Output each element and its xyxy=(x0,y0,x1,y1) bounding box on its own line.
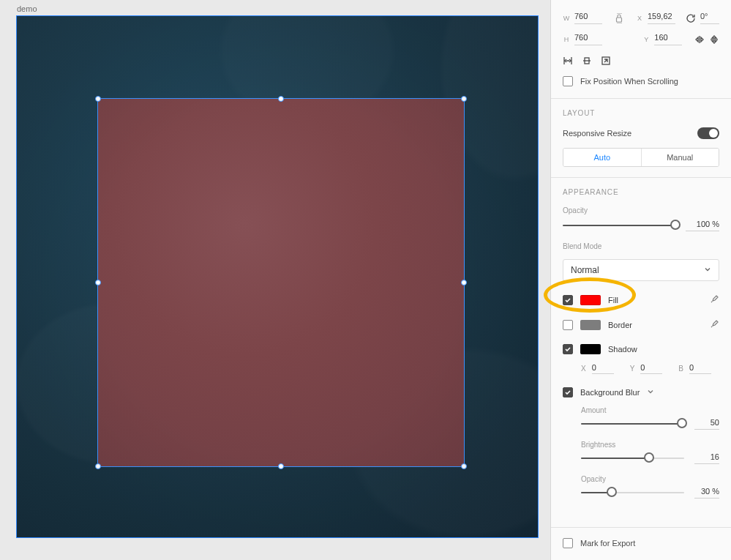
eyedropper-icon[interactable] xyxy=(709,319,719,331)
fix-position-checkbox[interactable] xyxy=(563,76,573,86)
lock-aspect-icon[interactable] xyxy=(615,13,623,23)
amount-value[interactable]: 50 xyxy=(694,418,719,430)
amount-slider[interactable] xyxy=(581,417,684,430)
resize-handle[interactable] xyxy=(95,96,101,102)
shadow-y-input[interactable]: 0 xyxy=(640,363,662,374)
resize-handle[interactable] xyxy=(278,463,284,469)
responsive-resize-toggle[interactable] xyxy=(697,127,719,139)
blend-mode-select[interactable]: Normal xyxy=(563,259,719,281)
resize-handle[interactable] xyxy=(95,463,101,469)
resize-mode-manual[interactable]: Manual xyxy=(641,149,719,166)
inspector-panel: W 760 X 159,62 0° H 760 xyxy=(550,0,731,560)
border-checkbox[interactable] xyxy=(563,320,573,330)
x-label: X xyxy=(636,15,643,22)
flip-horizontal-icon[interactable] xyxy=(694,34,705,45)
y-input[interactable]: 160 xyxy=(654,33,682,45)
fill-checkbox[interactable] xyxy=(563,295,573,305)
selected-shape[interactable] xyxy=(97,98,465,467)
selection-box xyxy=(97,98,465,467)
blend-mode-value: Normal xyxy=(571,265,599,275)
appearance-section: APPEARANCE Opacity 100 % Blend Mode Norm… xyxy=(551,178,731,514)
fill-label: Fill xyxy=(608,296,618,305)
responsive-resize-label: Responsive Resize xyxy=(563,129,631,138)
bg-blur-label: Background Blur xyxy=(580,388,640,397)
brightness-value[interactable]: 16 xyxy=(694,452,719,464)
flip-vertical-icon[interactable] xyxy=(709,34,719,45)
blend-mode-label: Blend Mode xyxy=(563,242,719,250)
canvas-area[interactable]: demo xyxy=(0,0,550,560)
transform-section: W 760 X 159,62 0° H 760 xyxy=(551,0,731,98)
blur-opacity-slider[interactable] xyxy=(581,486,684,499)
opacity-label: Opacity xyxy=(563,206,719,214)
align-edges-icon[interactable] xyxy=(563,56,573,66)
artboard-name[interactable]: demo xyxy=(17,4,37,13)
shadow-label: Shadow xyxy=(608,345,637,354)
x-input[interactable]: 159,62 xyxy=(648,12,675,24)
resize-handle[interactable] xyxy=(278,96,284,102)
resize-handle[interactable] xyxy=(95,280,101,285)
resize-handle[interactable] xyxy=(461,96,467,102)
brightness-label: Brightness xyxy=(581,441,719,449)
shadow-y-label: Y xyxy=(630,365,635,373)
width-input[interactable]: 760 xyxy=(574,12,602,24)
shadow-swatch[interactable] xyxy=(580,344,601,354)
width-label: W xyxy=(563,15,570,22)
chevron-down-icon xyxy=(704,265,711,275)
appearance-title: APPEARANCE xyxy=(563,188,719,196)
scale-icon[interactable] xyxy=(601,56,611,66)
shadow-checkbox[interactable] xyxy=(563,344,573,354)
chevron-down-icon[interactable] xyxy=(647,388,654,397)
border-label: Border xyxy=(608,321,632,329)
mark-export-checkbox[interactable] xyxy=(563,538,573,548)
shadow-b-label: B xyxy=(678,365,683,373)
y-label: Y xyxy=(642,36,650,43)
resize-handle[interactable] xyxy=(461,463,467,469)
blur-opacity-value[interactable]: 30 % xyxy=(694,487,719,499)
rotate-icon[interactable] xyxy=(686,13,696,23)
rotation-input[interactable]: 0° xyxy=(700,12,719,24)
resize-mode-auto[interactable]: Auto xyxy=(563,149,641,166)
resize-mode-segment[interactable]: Auto Manual xyxy=(563,148,719,167)
mark-export-label: Mark for Export xyxy=(580,539,635,548)
artboard[interactable] xyxy=(17,16,538,537)
shadow-x-input[interactable]: 0 xyxy=(592,363,614,374)
amount-label: Amount xyxy=(581,406,719,414)
height-label: H xyxy=(563,36,570,43)
svg-rect-0 xyxy=(617,18,622,22)
blur-opacity-label: Opacity xyxy=(581,475,719,483)
shadow-x-label: X xyxy=(581,365,586,373)
resize-handle[interactable] xyxy=(461,280,467,285)
eyedropper-icon[interactable] xyxy=(709,294,719,306)
layout-section: LAYOUT Responsive Resize Auto Manual xyxy=(551,99,731,177)
layout-title: LAYOUT xyxy=(563,109,719,117)
fill-swatch[interactable] xyxy=(580,295,601,305)
align-center-icon[interactable] xyxy=(582,56,592,66)
brightness-slider[interactable] xyxy=(581,452,684,465)
bg-blur-checkbox[interactable] xyxy=(563,387,573,397)
fix-position-label: Fix Position When Scrolling xyxy=(580,77,678,86)
height-input[interactable]: 760 xyxy=(574,33,602,45)
shadow-b-input[interactable]: 0 xyxy=(689,363,711,374)
opacity-value[interactable]: 100 % xyxy=(686,220,719,231)
opacity-slider[interactable] xyxy=(563,219,675,232)
border-swatch[interactable] xyxy=(580,320,601,330)
export-section: Mark for Export xyxy=(551,527,731,560)
